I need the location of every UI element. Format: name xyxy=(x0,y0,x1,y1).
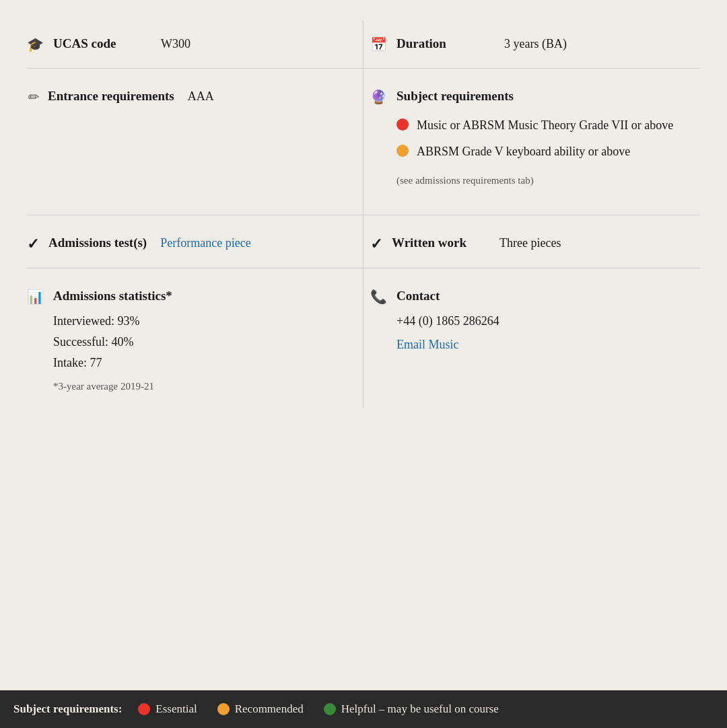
duration-value: 3 years (BA) xyxy=(504,35,567,53)
ucas-code-cell: 🎓 UCAS code W300 xyxy=(20,20,364,68)
admissions-note: (see admissions requirements tab) xyxy=(396,173,673,188)
stat-interviewed: Interviewed: 93% xyxy=(53,312,186,330)
admissions-statistics-value: Interviewed: 93% Successful: 40% Intake:… xyxy=(53,312,186,394)
admissions-statistics-cell: 📊 Admissions statistics* Interviewed: 93… xyxy=(20,268,364,408)
admissions-tests-label: Admissions test(s) xyxy=(48,234,147,252)
written-work-value: Three pieces xyxy=(499,234,561,252)
pencil-icon: ✏ xyxy=(27,89,38,105)
legend-essential: Essential xyxy=(138,702,197,716)
admissions-tests-value: Performance piece xyxy=(160,234,250,252)
footer-legend: Subject requirements: Essential Recommen… xyxy=(0,690,727,728)
graduation-cap-icon: 🎓 xyxy=(27,36,44,52)
admissions-tests-cell: ✓ Admissions test(s) Performance piece xyxy=(20,215,364,268)
ucas-code-value: W300 xyxy=(161,35,191,53)
checkmark-icon-2: ✓ xyxy=(370,235,382,253)
ucas-code-label: UCAS code xyxy=(53,35,147,53)
performance-piece-link[interactable]: Performance piece xyxy=(160,236,250,250)
subject-requirements-label: Subject requirements xyxy=(396,87,660,106)
stat-successful: Successful: 40% xyxy=(53,333,186,351)
phone-icon: 📞 xyxy=(370,289,387,305)
phone-number: +44 (0) 1865 286264 xyxy=(396,312,504,330)
orange-dot-1 xyxy=(396,145,409,157)
bar-chart-icon: 📊 xyxy=(27,289,44,305)
contact-label: Contact xyxy=(396,287,491,305)
subject-requirements-footer-label: Subject requirements: xyxy=(13,702,122,716)
email-music-link[interactable]: Email Music xyxy=(396,338,459,351)
req-text-2: ABRSM Grade V keyboard ability or above xyxy=(417,143,630,161)
subject-icon: 🔮 xyxy=(370,89,387,105)
legend-essential-text: Essential xyxy=(155,702,197,716)
stats-note: *3-year average 2019-21 xyxy=(53,379,186,394)
req-item-1: Music or ABRSM Music Theory Grade VII or… xyxy=(396,116,673,135)
legend-helpful: Helpful – may be useful on course xyxy=(324,702,499,716)
red-dot-1 xyxy=(396,118,409,131)
subject-requirements-cell: 🔮 Subject requirements Music or ABRSM Mu… xyxy=(364,69,707,215)
legend-helpful-text: Helpful – may be useful on course xyxy=(341,702,499,716)
duration-cell: 📅 Duration 3 years (BA) xyxy=(364,20,707,68)
contact-value: +44 (0) 1865 286264 Email Music xyxy=(396,312,504,354)
legend-recommended: Recommended xyxy=(217,702,304,716)
subject-requirements-value: Music or ABRSM Music Theory Grade VII or… xyxy=(396,116,673,188)
entrance-requirements-value: AAA xyxy=(188,87,214,106)
stat-intake: Intake: 77 xyxy=(53,354,186,372)
legend-recommended-text: Recommended xyxy=(235,702,304,716)
calendar-icon: 📅 xyxy=(370,36,387,52)
duration-label: Duration xyxy=(396,35,491,53)
req-item-2: ABRSM Grade V keyboard ability or above xyxy=(396,143,673,161)
entrance-requirements-cell: ✏ Entrance requirements AAA xyxy=(20,69,364,215)
written-work-label: Written work xyxy=(392,234,486,252)
req-text-1: Music or ABRSM Music Theory Grade VII or… xyxy=(417,116,673,135)
contact-cell: 📞 Contact +44 (0) 1865 286264 Email Musi… xyxy=(364,268,707,408)
admissions-statistics-label: Admissions statistics* xyxy=(53,287,172,305)
entrance-requirements-label: Entrance requirements xyxy=(48,87,174,106)
main-content: 🎓 UCAS code W300 📅 Duration 3 years (BA)… xyxy=(0,0,727,422)
written-work-cell: ✓ Written work Three pieces xyxy=(364,215,707,268)
legend-red-dot xyxy=(138,703,150,715)
legend-green-dot xyxy=(324,703,336,715)
checkmark-icon-1: ✓ xyxy=(27,235,39,253)
legend-orange-dot xyxy=(217,703,230,715)
info-grid: 🎓 UCAS code W300 📅 Duration 3 years (BA)… xyxy=(20,20,707,408)
